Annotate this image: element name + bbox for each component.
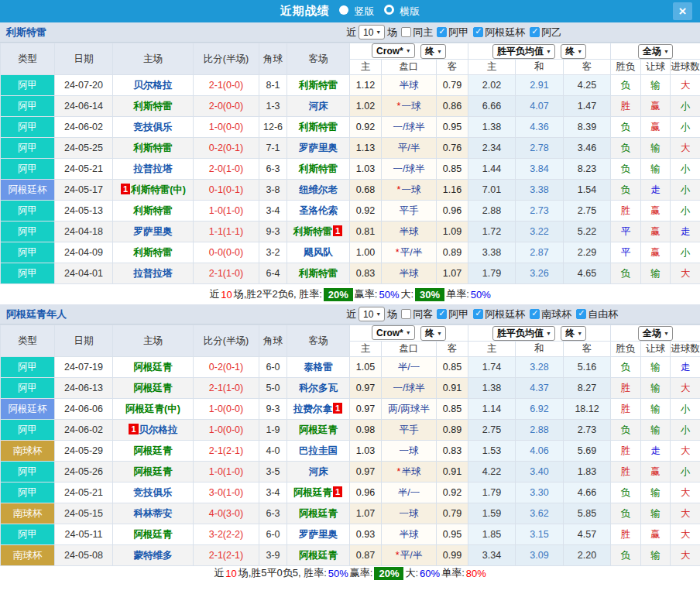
result-handicap: 输 (641, 420, 671, 441)
avg-draw-odds: 3.84 (516, 159, 564, 180)
handicap-home-odds: 1.00 (350, 242, 382, 263)
scope-group-header: 全场▼ (611, 325, 700, 342)
handicap-away-odds: 0.76 (437, 138, 468, 159)
avg-home-odds: 1.79 (468, 483, 516, 503)
match-row: 阿甲24-05-11阿根廷青3-2(2-2)6-0罗萨里奥0.93半球0.951… (1, 524, 700, 545)
result-goals: 小 (671, 420, 700, 441)
chevron-down-icon: ▼ (406, 48, 411, 53)
avg-type-select[interactable]: 胜平负均值▼ (492, 44, 555, 59)
radio-vertical-label[interactable]: 竖版 (355, 5, 375, 17)
select-value: 终 (565, 45, 575, 58)
result-handicap: 输 (641, 399, 671, 420)
match-date: 24-05-25 (55, 138, 113, 159)
avg-home-odds: 1.14 (468, 399, 516, 420)
result-handicap: 输 (641, 545, 671, 566)
avg-draw-odds: 3.15 (516, 524, 564, 545)
summary-text: 大: (405, 566, 418, 580)
bookmaker-select[interactable]: Crow*▼ (372, 43, 415, 58)
avg-home-odds: 1.74 (468, 357, 516, 378)
recent-count-select[interactable]: 10▼ (359, 25, 385, 39)
avg-home-odds: 1.85 (468, 524, 516, 545)
same-venue-filter[interactable]: 同主 (401, 26, 433, 39)
avg-time-select[interactable]: 终▼ (561, 326, 586, 341)
handicap-home-odds: 1.13 (350, 138, 382, 159)
result-goals: 大 (671, 441, 700, 462)
col-header-handicap-result: 让球 (641, 342, 671, 357)
summary-text: 近 (209, 287, 219, 301)
match-date: 24-05-26 (55, 462, 113, 483)
avg-group-header: 胜平负均值▼ 终▼ (468, 43, 611, 60)
corner-score: 3-8 (259, 180, 287, 201)
matches-table: 类型 日期 主场 比分(半场) 角球 客场 Crow*▼ 终▼ 胜平负均值▼ 终… (0, 43, 700, 284)
result-outcome: 负 (611, 263, 641, 284)
col-header-avg-draw: 和 (516, 342, 564, 357)
same-venue-filter[interactable]: 同客 (401, 307, 433, 321)
recent-count-select[interactable]: 10▼ (359, 307, 385, 321)
avg-home-odds: 1.72 (468, 222, 516, 242)
select-value: 10 (363, 309, 373, 320)
avg-away-odds: 8.27 (564, 378, 611, 399)
result-outcome: 胜 (611, 524, 641, 545)
radio-horizontal-layout[interactable] (384, 5, 394, 15)
radio-horizontal-label[interactable]: 横版 (400, 5, 420, 17)
matches-rows: 阿甲24-07-19阿根廷青0-2(0-1)6-0泰格雷1.05半/一0.851… (1, 357, 700, 566)
match-date: 24-05-11 (55, 524, 113, 545)
handicap-home-odds: 0.68 (350, 180, 382, 201)
handicap-home-odds: 1.02 (350, 96, 382, 117)
team-section-header: 利斯特雷 近 10▼ 场 同主 阿甲阿根廷杯阿乙 (0, 22, 700, 43)
handicap-line: 一球 (382, 503, 437, 524)
bookmaker-select[interactable]: Crow*▼ (372, 325, 415, 340)
summary-text: 80% (466, 568, 486, 579)
avg-time-select[interactable]: 终▼ (561, 44, 586, 59)
corner-score: 3-4 (259, 483, 287, 503)
avg-draw-odds: 3.09 (516, 545, 564, 566)
league-filter[interactable]: 阿甲 (437, 26, 468, 39)
corner-score: 9-3 (259, 222, 287, 242)
result-goals: 大 (671, 138, 700, 159)
rate-badge: 20% (374, 567, 403, 580)
league-filter[interactable]: 阿甲 (437, 307, 468, 321)
filters-bar: 近 10▼ 场 同客 阿甲阿根廷杯南球杯自由杯 (346, 304, 618, 324)
avg-draw-odds: 3.22 (516, 222, 564, 242)
record-summary: 近10场,胜2平2负6, 胜率:20%赢率:50% 大:30%单率:50% (0, 284, 700, 304)
match-score: 2-1(0-0) (194, 75, 259, 96)
select-value: Crow* (376, 328, 403, 338)
bookmaker-time-select[interactable]: 终▼ (420, 326, 446, 341)
league-filter[interactable]: 阿根廷杯 (473, 307, 525, 321)
match-row: 阿甲24-04-18罗萨里奥1-1(1-1)9-3利斯特雷10.81半球1.09… (1, 222, 700, 242)
league-filter[interactable]: 阿乙 (530, 26, 561, 39)
avg-draw-odds: 4.06 (516, 441, 564, 462)
col-header-result: 胜负 (611, 60, 641, 75)
bookmaker-time-select[interactable]: 终▼ (420, 44, 446, 59)
checkbox-icon (401, 309, 411, 319)
result-goals: 大 (671, 378, 700, 399)
radio-vertical-layout[interactable] (339, 5, 348, 15)
home-team: 拉普拉塔 (113, 159, 194, 180)
summary-text: 60% (420, 568, 440, 579)
col-header-away: 客场 (287, 325, 350, 357)
avg-away-odds: 4.66 (564, 483, 611, 503)
corner-score: 6-3 (259, 503, 287, 524)
league-filter[interactable]: 自由杯 (576, 307, 618, 321)
league-filter[interactable]: 阿根廷杯 (473, 26, 525, 39)
corner-score: 1-3 (259, 96, 287, 117)
league-type-badge: 阿甲 (1, 378, 55, 399)
col-header-result: 胜负 (611, 342, 641, 357)
handicap-away-odds: 0.91 (437, 462, 468, 483)
chevron-down-icon: ▼ (437, 331, 442, 336)
scope-select[interactable]: 全场▼ (638, 44, 673, 59)
avg-type-select[interactable]: 胜平负均值▼ (492, 326, 555, 341)
close-button[interactable]: × (673, 2, 692, 20)
result-outcome: 胜 (611, 96, 641, 117)
scope-select[interactable]: 全场▼ (638, 326, 673, 341)
col-header-type: 类型 (1, 325, 55, 357)
home-team: 竞技俱乐 (113, 117, 194, 138)
league-type-badge: 南球杯 (1, 441, 55, 462)
league-filter[interactable]: 南球杯 (530, 307, 571, 321)
match-date: 24-05-15 (55, 503, 113, 524)
recent-results-panel: 近期战绩 竖版 横版 × 利斯特雷 近 10▼ 场 同主 阿甲阿根廷杯阿乙 (0, 0, 700, 580)
league-filter-label: 阿乙 (541, 26, 561, 39)
avg-draw-odds: 2.87 (516, 242, 564, 263)
match-date: 24-05-29 (55, 441, 113, 462)
handicap-line: 一球 (382, 441, 437, 462)
